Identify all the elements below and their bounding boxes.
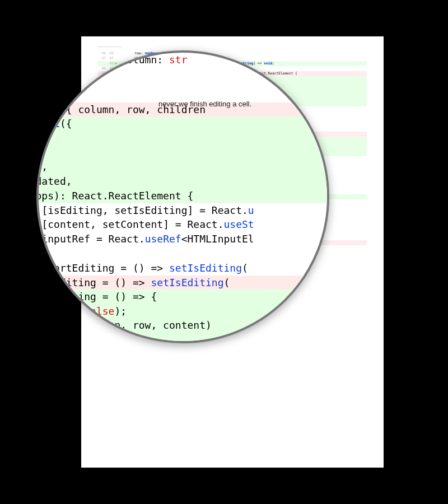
loupe-code-line: +function Cell({ [36,116,329,130]
loupe-code-line: 5459 [36,246,329,261]
linenum-new: 48 [106,61,114,66]
linenum-old: 48 [98,66,106,71]
linenum-old: 47 [98,56,106,61]
loupe-code-line: 50+ column, [36,131,329,146]
loupe-code-line: 5257 const [content, setContent] = React… [36,217,329,232]
loupe-code-line: -function Cell({ column, row, children [36,102,329,116]
code-text: const stopEditing = () => setIsEditing( [36,277,230,288]
code-text: function Cell({ column, row, children [36,104,206,115]
stage: { "page_number": "68", "top_fragment": {… [0,0,448,504]
magnifier-content: 48 ueUpdated: (column: str llProps): Rea… [36,50,329,343]
code-text: function Cell({ [36,118,72,129]
code-text: const [content, setContent] = React.useS… [36,218,254,230]
code-text: const stopEditing = () => { [36,291,157,302]
loupe-code-line: 5156 const [isEditing, setIsEditing] = R… [36,203,329,218]
loupe-code-line: 5358 const inputRef = React.useRef<HTMLI… [36,232,329,246]
linenum-old: 46 [98,51,106,56]
code-text: children, [36,161,48,172]
code-text: const inputRef = React.useRef<HTMLInputE… [36,233,254,245]
top-cropped-text: the callback prop that is invoked whenev… [98,46,367,48]
code-text: const [isEditing, setIsEditing] = React.… [36,204,254,216]
loupe-code-line: 54+}: CellProps): React.ReactElement { [36,189,329,203]
loupe-code-line: 53+ valueUpdated, [36,174,329,189]
code-text: valueUpdated, [36,175,72,187]
loupe-code-line: 51+ row, [36,145,329,160]
linenum-new: 46 [106,51,114,56]
linenum-new: 47 [106,56,114,61]
diff-marker [114,56,120,61]
code-line: 4646 row: number; [98,51,367,56]
loupe-code-line: - const stopEditing = () => setIsEditing… [36,276,329,290]
diff-marker [114,51,120,56]
loupe-code-line: 52+ children, [36,160,329,174]
code-text: valueUpdated(column, row, content) [36,319,212,331]
linenum-old [98,61,106,66]
loupe-code-line: 5560 const startEditing = () => setIsEdi… [36,261,329,276]
magnifier-loupe: 48 ueUpdated: (column: str llProps): Rea… [36,50,329,343]
code-text: }: CellProps): React.ReactElement { [36,190,193,202]
code-text: const startEditing = () => setIsEditing( [36,262,248,274]
